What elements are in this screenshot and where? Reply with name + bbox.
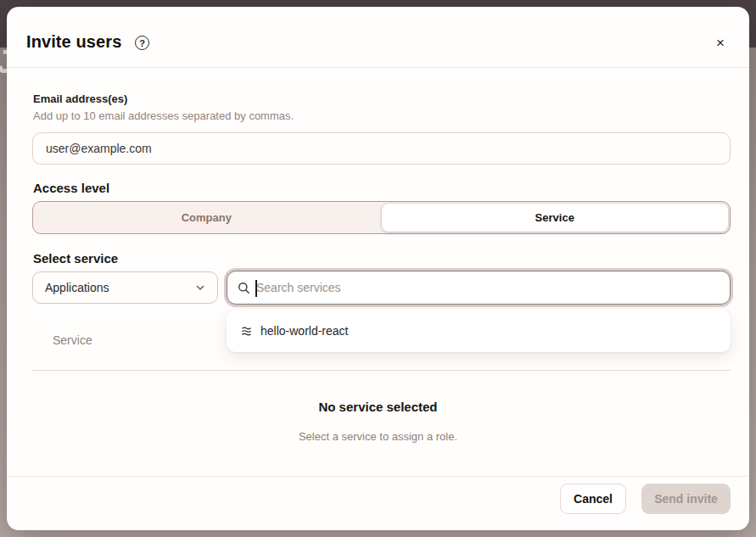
- search-icon: [238, 282, 250, 294]
- service-stack-icon: [240, 325, 253, 338]
- email-label: Email address(es): [33, 92, 127, 105]
- access-level-segmented-control: Company Service: [32, 201, 731, 234]
- empty-state-subtitle: Select a service to assign a role.: [25, 430, 731, 443]
- search-input[interactable]: [256, 281, 720, 294]
- access-level-label: Access level: [33, 181, 109, 195]
- email-help-text: Add up to 10 email addresses separated b…: [33, 109, 294, 122]
- service-search-box: [227, 271, 731, 305]
- invite-users-modal: Invite users ? × Email address(es) Add u…: [7, 7, 749, 530]
- service-result-item[interactable]: hello-world-react: [240, 324, 348, 338]
- table-divider: [32, 370, 731, 371]
- search-results-panel: hello-world-react: [227, 310, 731, 352]
- select-service-label: Select service: [33, 251, 118, 266]
- modal-header: Invite users ? ×: [7, 7, 749, 67]
- cancel-button[interactable]: Cancel: [560, 484, 626, 514]
- service-column-header: Service: [53, 333, 92, 347]
- segment-company[interactable]: Company: [33, 202, 380, 233]
- send-invite-button[interactable]: Send invite: [641, 484, 731, 514]
- service-type-select[interactable]: Applications: [32, 271, 218, 304]
- modal-title: Invite users: [26, 32, 121, 52]
- segment-service[interactable]: Service: [382, 204, 729, 232]
- modal-footer: Cancel Send invite: [7, 477, 731, 521]
- help-icon[interactable]: ?: [135, 36, 149, 50]
- modal-body: Email address(es) Add up to 10 email add…: [25, 68, 731, 469]
- email-field[interactable]: [32, 132, 731, 165]
- text-caret: [255, 280, 257, 297]
- screen: J Invite users ? × Email address(es) Add…: [0, 0, 756, 537]
- service-result-label: hello-world-react: [260, 324, 348, 338]
- empty-state-title: No service selected: [25, 400, 731, 414]
- chevron-down-icon: [195, 282, 205, 293]
- service-type-select-value: Applications: [45, 281, 109, 294]
- close-icon[interactable]: ×: [712, 35, 729, 52]
